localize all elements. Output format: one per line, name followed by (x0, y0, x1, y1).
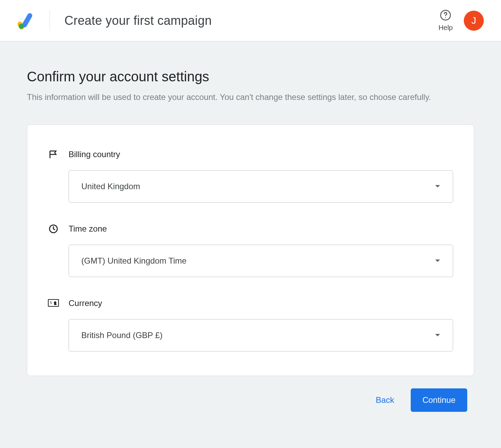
currency-field: 5 Currency British Pound (GBP £) (48, 298, 453, 352)
field-header: Billing country (48, 149, 453, 160)
field-header: 5 Currency (48, 298, 453, 309)
svg-point-4 (445, 17, 446, 18)
help-button[interactable]: Help (439, 9, 453, 32)
header-left: Create your first campaign (17, 10, 212, 31)
svg-rect-9 (54, 304, 57, 305)
section-title: Confirm your account settings (27, 69, 474, 84)
section-subtitle: This information will be used to create … (27, 91, 474, 104)
chevron-down-icon (435, 183, 440, 190)
page-title: Create your first campaign (64, 13, 212, 28)
svg-text:5: 5 (50, 301, 52, 305)
time-zone-select[interactable]: (GMT) United Kingdom Time (69, 245, 453, 277)
time-zone-value: (GMT) United Kingdom Time (81, 256, 186, 266)
header-divider (50, 10, 50, 31)
clock-icon (48, 223, 59, 234)
billing-country-field: Billing country United Kingdom (48, 149, 453, 203)
currency-select[interactable]: British Pound (GBP £) (69, 319, 453, 352)
chevron-down-icon (435, 258, 440, 264)
billing-country-label: Billing country (69, 150, 120, 159)
avatar-initial: J (471, 15, 476, 26)
main-content: Confirm your account settings This infor… (0, 41, 501, 426)
currency-label: Currency (69, 298, 102, 308)
google-ads-logo (17, 12, 35, 30)
header-right: Help J (439, 9, 484, 32)
billing-country-select[interactable]: United Kingdom (69, 170, 453, 203)
user-avatar[interactable]: J (464, 11, 484, 31)
svg-point-8 (54, 302, 57, 304)
help-icon (440, 9, 451, 22)
app-header: Create your first campaign Help J (0, 0, 501, 41)
svg-point-2 (19, 23, 24, 29)
currency-card-icon: 5 (48, 298, 59, 309)
flag-icon (48, 149, 59, 160)
footer-actions: Back Continue (27, 388, 474, 412)
field-header: Time zone (48, 223, 453, 234)
settings-card: Billing country United Kingdom Time zone (27, 124, 474, 376)
help-label: Help (439, 24, 453, 32)
chevron-down-icon (435, 332, 440, 338)
time-zone-label: Time zone (69, 224, 107, 234)
billing-country-value: United Kingdom (81, 182, 140, 191)
continue-button[interactable]: Continue (411, 388, 467, 412)
back-button[interactable]: Back (376, 395, 394, 405)
time-zone-field: Time zone (GMT) United Kingdom Time (48, 223, 453, 277)
currency-value: British Pound (GBP £) (81, 330, 163, 340)
